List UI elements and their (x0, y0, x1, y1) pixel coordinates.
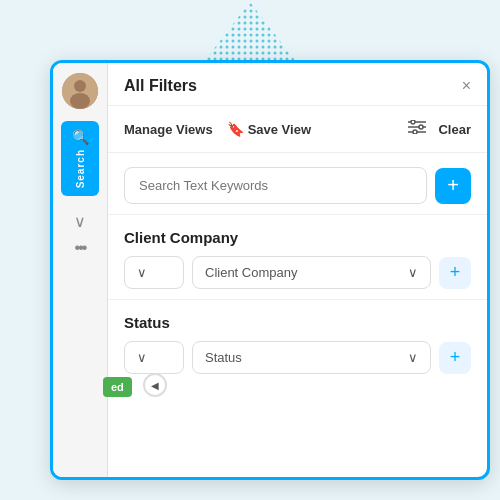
avatar (62, 73, 98, 109)
search-add-button[interactable]: + (435, 168, 471, 204)
filter-settings-icon[interactable] (404, 116, 430, 142)
svg-point-4 (74, 80, 86, 92)
all-filters-panel: 🔍 Search ∨ ••• ed ◀ All Filters × Manage… (50, 60, 490, 480)
svg-point-5 (70, 93, 90, 109)
status-filter-row: ∨ Status ∨ + (124, 341, 471, 374)
chevron-down-icon: ∨ (408, 265, 418, 280)
main-content-area: All Filters × Manage Views 🔖 Save View (108, 63, 487, 477)
search-tab-label: Search (75, 149, 86, 188)
search-text-input[interactable] (124, 167, 427, 204)
dropdown-label: Client Company (205, 265, 298, 280)
client-company-title: Client Company (124, 229, 471, 246)
svg-point-11 (413, 130, 417, 134)
close-button[interactable]: × (462, 78, 471, 94)
chevron-down-icon[interactable]: ∨ (74, 212, 86, 231)
toolbar: Manage Views 🔖 Save View Clear (108, 106, 487, 153)
chevron-down-icon: ∨ (137, 265, 147, 280)
svg-point-9 (411, 120, 415, 124)
status-title: Status (124, 314, 471, 331)
search-icon: 🔍 (72, 129, 89, 145)
client-company-add-button[interactable]: + (439, 257, 471, 289)
client-company-filter-section: Client Company ∨ Client Company ∨ + (108, 214, 487, 299)
sidebar: 🔍 Search ∨ ••• (53, 63, 108, 477)
chevron-down-icon: ∨ (137, 350, 147, 365)
status-add-button[interactable]: + (439, 342, 471, 374)
panel-title: All Filters (124, 77, 197, 95)
toggle-button[interactable]: ◀ (143, 373, 167, 397)
save-view-button[interactable]: 🔖 Save View (221, 117, 317, 141)
svg-rect-2 (200, 2, 300, 67)
avatar-image (62, 73, 98, 109)
dot-triangle-decoration (200, 2, 300, 67)
status-condition-dropdown[interactable]: ∨ (124, 341, 184, 374)
status-badge: ed (103, 377, 132, 397)
client-company-value-dropdown[interactable]: Client Company ∨ (192, 256, 431, 289)
save-view-label: Save View (248, 122, 311, 137)
dropdown-label: Status (205, 350, 242, 365)
client-company-condition-dropdown[interactable]: ∨ (124, 256, 184, 289)
more-options-icon[interactable]: ••• (75, 239, 86, 257)
svg-point-10 (419, 125, 423, 129)
search-bar-section: + (108, 153, 487, 214)
bookmark-icon: 🔖 (227, 121, 244, 137)
client-company-filter-row: ∨ Client Company ∨ + (124, 256, 471, 289)
status-filter-section: Status ∨ Status ∨ + (108, 299, 487, 384)
clear-button[interactable]: Clear (438, 118, 471, 141)
panel-header: All Filters × (108, 63, 487, 106)
status-value-dropdown[interactable]: Status ∨ (192, 341, 431, 374)
chevron-down-icon: ∨ (408, 350, 418, 365)
search-tab[interactable]: 🔍 Search (61, 121, 99, 196)
manage-views-button[interactable]: Manage Views (124, 118, 213, 141)
